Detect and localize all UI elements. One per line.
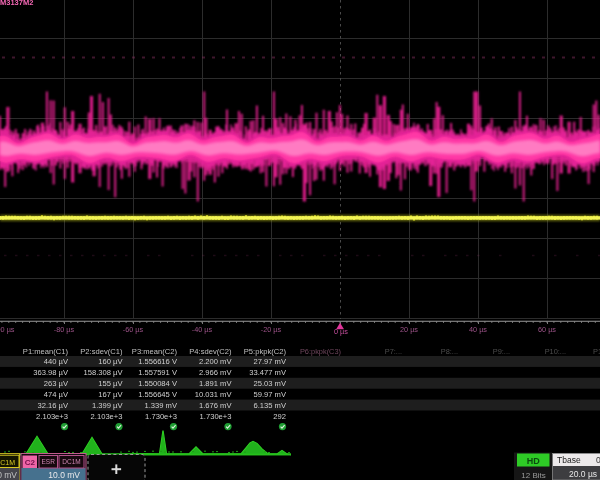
svg-text:P9:...: P9:...	[493, 347, 510, 356]
svg-text:6.135 mV: 6.135 mV	[253, 401, 286, 410]
svg-text:10.031 mV: 10.031 mV	[195, 390, 233, 399]
svg-text:27.97 mV: 27.97 mV	[253, 357, 286, 366]
svg-text:20.0 µs: 20.0 µs	[569, 469, 597, 479]
svg-text:1.557591 V: 1.557591 V	[138, 368, 178, 377]
svg-text:1.556616 V: 1.556616 V	[138, 357, 178, 366]
svg-text:P8:...: P8:...	[441, 347, 458, 356]
svg-text:40 µs: 40 µs	[469, 325, 487, 334]
svg-text:1.676 mV: 1.676 mV	[199, 401, 232, 410]
svg-text:33.477 mV: 33.477 mV	[249, 368, 287, 377]
svg-text:C2: C2	[25, 458, 36, 467]
svg-text:1.556645 V: 1.556645 V	[138, 390, 178, 399]
svg-text:363.98 µV: 363.98 µV	[33, 368, 69, 377]
svg-text:P3:mean(C2): P3:mean(C2)	[132, 347, 178, 356]
svg-text:P4:sdev(C2): P4:sdev(C2)	[189, 347, 232, 356]
svg-text:P2:sdev(C1): P2:sdev(C1)	[80, 347, 123, 356]
svg-text:2.966 mV: 2.966 mV	[199, 368, 232, 377]
svg-text:1.339 mV: 1.339 mV	[144, 401, 177, 410]
svg-text:1.730e+3: 1.730e+3	[200, 412, 232, 421]
svg-text:2.200 mV: 2.200 mV	[199, 357, 232, 366]
svg-text:HD: HD	[527, 456, 540, 466]
svg-text:M3137M2: M3137M2	[0, 0, 33, 7]
svg-text:10.0 mV: 10.0 mV	[0, 470, 17, 480]
svg-text:2.103e+3: 2.103e+3	[91, 412, 123, 421]
svg-text:10.0 mV: 10.0 mV	[48, 470, 80, 480]
svg-text:-20 µs: -20 µs	[261, 325, 282, 334]
svg-text:25.03 mV: 25.03 mV	[253, 379, 286, 388]
svg-text:P5:pkpk(C2): P5:pkpk(C2)	[244, 347, 287, 356]
svg-text:263 µV: 263 µV	[44, 379, 69, 388]
svg-text:155 µV: 155 µV	[98, 379, 123, 388]
svg-text:1.550084 V: 1.550084 V	[138, 379, 178, 388]
svg-text:P10:...: P10:...	[545, 347, 566, 356]
svg-text:167 µV: 167 µV	[98, 390, 123, 399]
svg-text:32.16 µV: 32.16 µV	[37, 401, 68, 410]
svg-text:P11: P11	[593, 347, 600, 356]
svg-text:P7:...: P7:...	[385, 347, 402, 356]
svg-text:160 µV: 160 µV	[98, 357, 123, 366]
svg-text:440 µV: 440 µV	[44, 357, 69, 366]
svg-text:P1:mean(C1): P1:mean(C1)	[23, 347, 69, 356]
svg-text:DC1M: DC1M	[62, 458, 80, 465]
svg-text:1.399 µV: 1.399 µV	[92, 401, 123, 410]
svg-text:-60 µs: -60 µs	[123, 325, 144, 334]
svg-text:158.308 µV: 158.308 µV	[84, 368, 124, 377]
svg-text:60 µs: 60 µs	[538, 325, 556, 334]
svg-text:P6:pkpk(C3): P6:pkpk(C3)	[300, 347, 341, 356]
svg-text:20 µs: 20 µs	[400, 325, 418, 334]
svg-text:ESR: ESR	[42, 458, 56, 465]
svg-text:DC1M: DC1M	[0, 459, 15, 466]
svg-text:474 µV: 474 µV	[44, 390, 69, 399]
svg-text:0: 0	[596, 455, 600, 465]
svg-text:1.730e+3: 1.730e+3	[145, 412, 177, 421]
svg-text:2.103e+3: 2.103e+3	[36, 412, 68, 421]
svg-text:Tbase: Tbase	[557, 455, 581, 465]
svg-text:1.891 mV: 1.891 mV	[199, 379, 232, 388]
svg-text:12 Bits: 12 Bits	[521, 471, 545, 480]
svg-text:59.97 mV: 59.97 mV	[253, 390, 286, 399]
svg-text:-40 µs: -40 µs	[192, 325, 213, 334]
svg-text:292: 292	[273, 412, 286, 421]
svg-text:-100 µs: -100 µs	[0, 325, 15, 334]
svg-text:-80 µs: -80 µs	[54, 325, 75, 334]
